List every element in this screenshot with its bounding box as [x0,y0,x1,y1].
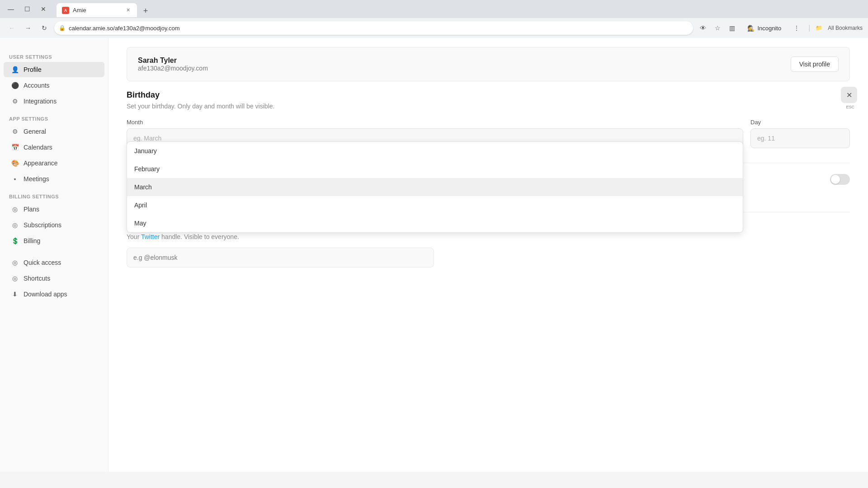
sidebar-item-meetings[interactable]: ▪ Meetings [4,171,104,187]
user-header: Sarah Tyler afe130a2@moodjoy.com Visit p… [127,47,850,81]
accounts-label: Accounts [24,82,50,89]
subscriptions-icon: ◎ [11,221,19,229]
billing-icon: 💲 [11,237,19,245]
incognito-icon: 🕵 [747,25,755,32]
day-field-group: Day [750,119,850,148]
shortcuts-icon: ◎ [11,274,19,282]
incognito-label: Incognito [757,25,781,32]
menu-button[interactable]: ⋮ [790,22,803,34]
back-button[interactable]: ← [5,22,18,34]
user-settings-label: User Settings [0,51,108,61]
twitter-link[interactable]: Twitter [141,233,160,240]
twitter-desc-suffix: handle. Visible to everyone. [160,233,239,240]
bookmark-button[interactable]: ☆ [711,22,724,34]
day-input[interactable] [750,128,850,148]
security-lock-icon: 🔒 [59,25,66,31]
appearance-icon: 🎨 [11,159,19,167]
calendars-label: Calendars [24,144,52,151]
split-view-button[interactable]: ▥ [726,22,738,34]
browser-titlebar: — ☐ ✕ A Amie ✕ + [0,0,868,18]
twitter-description: Your Twitter handle. Visible to everyone… [127,233,850,240]
sidebar: User Settings 👤 Profile ⚫ Accounts ⚙ Int… [0,38,108,472]
sidebar-item-calendars[interactable]: 📅 Calendars [4,140,104,155]
close-window-button[interactable]: ✕ [36,2,51,16]
month-dropdown: January February March April May [127,141,743,233]
sidebar-item-appearance[interactable]: 🎨 Appearance [4,155,104,171]
twitter-desc-prefix: Your [127,233,141,240]
sidebar-item-quick-access[interactable]: ◎ Quick access [4,255,104,270]
birthday-section: Birthday Set your birthday. Only day and… [127,90,850,148]
quick-access-icon: ◎ [11,258,19,267]
subscriptions-label: Subscriptions [24,221,61,229]
forward-button[interactable]: → [22,22,34,34]
sidebar-item-billing[interactable]: 💲 Billing [4,233,104,249]
month-option-february[interactable]: February [127,160,743,178]
calendars-icon: 📅 [11,143,19,151]
birthday-title: Birthday [127,90,850,100]
tab-close-button[interactable]: ✕ [124,7,132,14]
toggle-knob [831,175,840,184]
month-option-april[interactable]: April [127,196,743,214]
sidebar-item-subscriptions[interactable]: ◎ Subscriptions [4,217,104,233]
month-field-group: Month January February March April May [127,119,743,148]
twitter-handle-input[interactable] [127,248,434,267]
download-apps-icon: ⬇ [11,290,19,298]
minimize-button[interactable]: — [4,2,18,16]
visit-profile-button[interactable]: Visit profile [791,56,839,72]
omnibox-actions: 👁 ☆ ▥ [697,22,738,34]
bookmarks-icon: 📁 [816,25,822,31]
browser-tab[interactable]: A Amie ✕ [56,3,137,17]
month-option-january[interactable]: January [127,142,743,160]
month-option-march[interactable]: March [127,178,743,196]
read-mode-button[interactable]: 👁 [697,22,709,34]
sidebar-item-accounts[interactable]: ⚫ Accounts [4,78,104,93]
shortcuts-label: Shortcuts [24,275,50,282]
download-apps-label: Download apps [24,291,67,298]
sidebar-item-download-apps[interactable]: ⬇ Download apps [4,286,104,302]
sidebar-item-integrations[interactable]: ⚙ Integrations [4,94,104,109]
all-bookmarks-label: All Bookmarks [828,25,863,31]
day-label: Day [750,119,850,126]
appearance-label: Appearance [24,160,58,167]
new-tab-button[interactable]: + [139,5,152,17]
accounts-icon: ⚫ [11,81,19,89]
general-label: General [24,128,46,135]
integrations-icon: ⚙ [11,97,19,105]
page-content: User Settings 👤 Profile ⚫ Accounts ⚙ Int… [0,38,868,472]
refresh-button[interactable]: ↻ [38,22,51,34]
sidebar-item-general[interactable]: ⚙ General [4,124,104,139]
birthday-subtitle: Set your birthday. Only day and month wi… [127,103,850,110]
omnibox-wrapper: 🔒 [54,21,693,35]
user-name: Sarah Tyler [138,56,208,65]
billing-settings-label: Billing Settings [0,190,108,201]
maximize-button[interactable]: ☐ [20,2,34,16]
close-icon: ✕ [846,91,852,99]
sidebar-item-plans[interactable]: ◎ Plans [4,202,104,217]
profile-label: Profile [24,66,42,73]
user-info: Sarah Tyler afe130a2@moodjoy.com [138,56,208,72]
incognito-button[interactable]: 🕵 Incognito [742,23,787,33]
quick-access-label: Quick access [24,259,61,266]
window-controls: — ☐ ✕ [4,2,51,16]
sidebar-item-profile[interactable]: 👤 Profile [4,62,104,77]
tab-favicon: A [62,7,69,14]
geolocation-toggle[interactable] [830,174,850,185]
tab-bar: A Amie ✕ + [52,1,156,17]
browser-chrome: — ☐ ✕ A Amie ✕ + ← → ↻ 🔒 👁 ☆ ▥ 🕵 Inco [0,0,868,38]
tab-title: Amie [73,7,86,14]
address-bar[interactable] [54,21,693,35]
profile-icon: 👤 [11,66,19,74]
app-settings-label: App Settings [0,113,108,123]
omnibox-bar: ← → ↻ 🔒 👁 ☆ ▥ 🕵 Incognito ⋮ | 📁 All Book… [0,18,868,38]
plans-icon: ◎ [11,205,19,213]
month-option-may[interactable]: May [127,214,743,232]
sidebar-item-shortcuts[interactable]: ◎ Shortcuts [4,271,104,286]
birthday-field-row: Month January February March April May D… [127,119,850,148]
bookmarks-bar-divider: | [808,24,810,32]
esc-label: ESC [846,105,854,109]
close-overlay-button[interactable]: ✕ [841,87,857,103]
billing-label: Billing [24,237,40,244]
meetings-label: Meetings [24,175,49,183]
user-email: afe130a2@moodjoy.com [138,65,208,72]
general-icon: ⚙ [11,127,19,136]
